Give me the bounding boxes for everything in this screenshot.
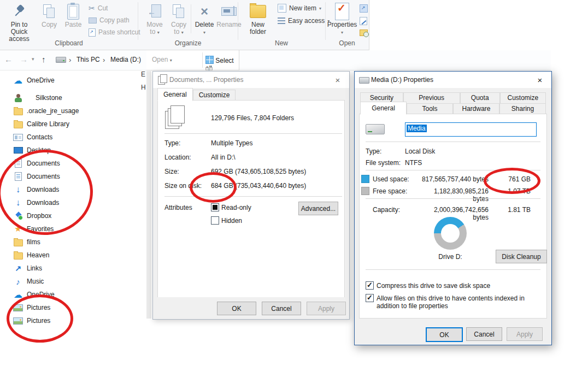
advanced-button[interactable]: Advanced... <box>298 202 338 215</box>
dialog-title: Media (D:) Properties <box>371 76 433 84</box>
forward-arrow-icon[interactable]: → <box>20 55 28 64</box>
up-arrow-icon[interactable]: ↑ <box>42 55 46 64</box>
dropdown-caret-icon: ▾ <box>203 30 205 35</box>
tab-customize[interactable]: Customize <box>500 92 546 104</box>
history-button[interactable] <box>360 30 368 36</box>
tab-quota[interactable]: Quota <box>460 92 500 104</box>
selected-text: Media <box>407 125 427 132</box>
read-only-checkbox[interactable] <box>211 203 219 211</box>
group-label-new: New <box>240 39 322 47</box>
drive-usage-donut <box>434 217 467 250</box>
sidebar-item-user[interactable]: Silkstone <box>13 91 62 104</box>
folder-icon <box>13 238 23 246</box>
delete-button[interactable]: × Delete ▾ <box>192 2 216 36</box>
tab-sharing[interactable]: Sharing <box>499 103 546 115</box>
compress-drive-checkbox[interactable] <box>366 281 374 290</box>
move-to-button[interactable]: Move to ▾ <box>143 2 166 36</box>
sidebar-item-music[interactable]: ♪ Music <box>13 275 44 288</box>
breadcrumb-media-d[interactable]: Media (D:) <box>110 56 141 63</box>
back-arrow-icon[interactable]: ← <box>4 55 13 64</box>
drive-label: Drive D: <box>428 253 473 261</box>
hidden-checkbox[interactable] <box>211 216 219 225</box>
copy-path-button[interactable]: Copy path <box>89 16 130 25</box>
sidebar-item-favorites[interactable]: ★ Favorites <box>13 222 54 235</box>
file-list-scrollbar[interactable] <box>146 71 151 319</box>
open-button[interactable] <box>360 4 368 13</box>
breadcrumb-this-pc[interactable]: This PC <box>77 56 100 63</box>
dialog-titlebar[interactable]: Media (D:) Properties × <box>355 72 551 88</box>
sidebar-item-downloads[interactable]: ↓ Downloads <box>13 183 59 196</box>
recent-locations-caret-icon[interactable]: ▾ <box>32 56 34 62</box>
music-icon: ♪ <box>13 277 23 286</box>
used-space-size: 761 GB <box>491 175 531 183</box>
attributes-label: Attributes <box>164 204 192 211</box>
disk-cleanup-button[interactable]: Disk Cleanup <box>496 250 547 263</box>
apply-button[interactable]: Apply <box>507 327 543 341</box>
tab-customize[interactable]: Customize <box>193 90 236 101</box>
documents-properties-dialog: Documents, ... Properties × General Cust… <box>152 71 350 320</box>
tab-previous-versions[interactable]: Previous Versions <box>403 92 460 104</box>
paste-shortcut-button[interactable]: Paste shortcut <box>89 28 140 37</box>
sidebar-item-desktop[interactable]: Desktop <box>13 144 51 157</box>
rename-icon <box>221 7 237 16</box>
sidebar-item-onedrive[interactable]: ☁ OneDrive <box>13 74 55 87</box>
sidebar-item-links[interactable]: ↗ Links <box>13 262 42 275</box>
copy-to-icon <box>172 4 185 19</box>
ok-button[interactable]: OK <box>426 327 463 342</box>
new-folder-button[interactable]: New folder <box>244 2 272 36</box>
apply-button[interactable]: Apply <box>307 302 346 315</box>
free-space-label: Free space: <box>373 187 407 195</box>
hidden-label: Hidden <box>221 217 242 225</box>
paste-button[interactable]: Paste <box>61 2 85 28</box>
close-icon[interactable]: × <box>528 72 551 88</box>
capacity-size: 1.81 TB <box>491 206 531 214</box>
sidebar-item-pictures[interactable]: Pictures <box>13 314 50 327</box>
paste-shortcut-icon <box>89 28 96 37</box>
compress-drive-label: Compress this drive to save disk space <box>377 282 490 290</box>
sidebar-item-contacts[interactable]: Contacts <box>13 131 52 144</box>
properties-button[interactable]: Properties ▾ <box>327 2 357 36</box>
downloads-icon: ↓ <box>13 185 23 194</box>
sidebar-item-documents[interactable]: Documents <box>13 170 60 183</box>
sidebar-item-downloads[interactable]: ↓ Downloads <box>13 196 59 209</box>
size-label: Size: <box>164 168 179 175</box>
size-on-disk-label: Size on disk: <box>164 182 202 190</box>
sidebar-item-documents[interactable]: Documents <box>13 157 60 170</box>
pin-to-quick-access-button[interactable]: Pin to Quick access <box>2 2 36 43</box>
allow-indexing-checkbox[interactable] <box>366 294 374 302</box>
sidebar-item-onedrive[interactable]: ☁ OneDrive <box>13 288 55 301</box>
sidebar-item-heaven[interactable]: Heaven <box>13 249 49 262</box>
close-icon[interactable]: × <box>326 72 349 88</box>
cancel-button[interactable]: Cancel <box>262 302 301 315</box>
edit-button[interactable] <box>360 17 367 25</box>
contacts-icon <box>13 134 23 141</box>
media-properties-dialog: Media (D:) Properties × Security Previou… <box>354 71 552 345</box>
new-item-button[interactable]: New item ▾ <box>278 4 321 13</box>
open-menu-button[interactable]: Open ▾ <box>152 56 172 63</box>
tab-tools[interactable]: Tools <box>407 103 453 115</box>
file-system-value: NTFS <box>405 159 422 167</box>
dropbox-icon <box>13 213 23 220</box>
ok-button[interactable]: OK <box>217 302 256 315</box>
type-value: Multiple Types <box>211 139 252 147</box>
sidebar-item-calibre-library[interactable]: Calibre Library <box>13 117 69 131</box>
dialog-titlebar[interactable]: Documents, ... Properties × <box>153 72 349 88</box>
sidebar-item-dropbox[interactable]: Dropbox <box>13 209 51 222</box>
sidebar-item-oracle-jre-usage[interactable]: .oracle_jre_usage <box>13 104 79 117</box>
tab-general[interactable]: General <box>157 88 193 101</box>
cut-button[interactable]: ✂ Cut <box>89 4 108 13</box>
tab-strip: General Customize <box>157 90 236 101</box>
easy-access-icon <box>278 17 285 24</box>
copy-button[interactable]: Copy <box>38 2 60 28</box>
open-icon <box>360 4 368 13</box>
drive-name-input[interactable]: Media <box>405 122 537 137</box>
easy-access-button[interactable]: Easy access ▾ <box>278 16 330 25</box>
sidebar-item-pictures[interactable]: Pictures <box>13 301 50 314</box>
tab-hardware[interactable]: Hardware <box>453 103 499 115</box>
tab-general[interactable]: General <box>360 102 407 115</box>
file-stack-icon <box>165 105 187 132</box>
rename-button[interactable]: Rename <box>216 2 242 28</box>
sidebar-item-films[interactable]: films <box>13 235 40 249</box>
cancel-button[interactable]: Cancel <box>466 327 502 341</box>
copy-to-button[interactable]: Copy to ▾ <box>167 2 190 36</box>
